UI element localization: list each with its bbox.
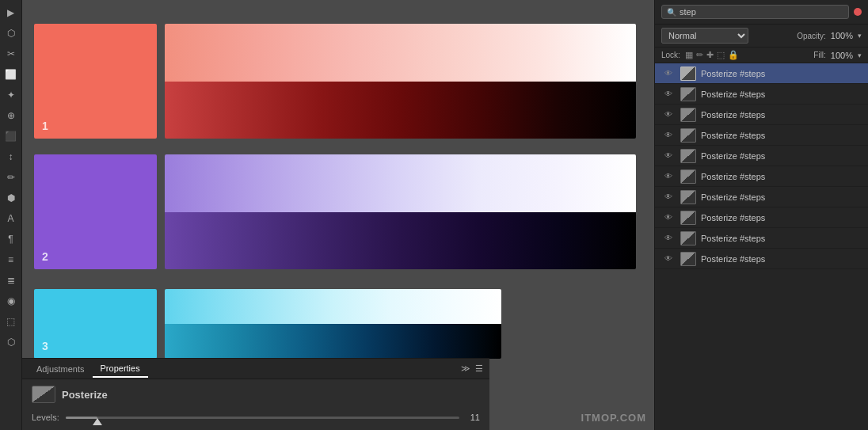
opacity-value: 100% bbox=[831, 31, 853, 40]
eye-visibility-icon[interactable]: 👁 bbox=[664, 213, 676, 222]
lock-image-icon[interactable]: ✏ bbox=[696, 50, 703, 60]
layer-thumbnail bbox=[680, 149, 696, 163]
filter-dot[interactable] bbox=[854, 8, 862, 16]
layer-item[interactable]: 👁Posterize #steps bbox=[655, 166, 868, 187]
layer-item[interactable]: 👁Posterize #steps bbox=[655, 84, 868, 105]
lock-position-icon[interactable]: ✚ bbox=[706, 50, 714, 60]
swatch-2-solid: 2 bbox=[34, 154, 157, 269]
layers-panel: 🔍 Normal Opacity: 100% ▾ Lock: ▦ ✏ ✚ ⬚ 🔒 bbox=[654, 0, 868, 430]
blend-mode-select[interactable]: Normal bbox=[661, 28, 748, 44]
lock-label: Lock: bbox=[661, 51, 680, 59]
swatch-3-solid: 3 bbox=[34, 289, 157, 359]
eye-visibility-icon[interactable]: 👁 bbox=[664, 89, 676, 98]
layer-name: Posterize #steps bbox=[701, 234, 862, 243]
levels-label: Levels: bbox=[32, 413, 59, 422]
tab-adjustments[interactable]: Adjustments bbox=[29, 361, 93, 377]
layer-thumbnail bbox=[680, 108, 696, 122]
opacity-label: Opacity: bbox=[797, 32, 826, 40]
tool-color[interactable]: ◉ bbox=[2, 291, 21, 310]
tool-star[interactable]: ✦ bbox=[2, 86, 21, 105]
layer-name: Posterize #steps bbox=[701, 213, 862, 223]
lock-all-icon[interactable]: 🔒 bbox=[728, 50, 739, 60]
eye-visibility-icon[interactable]: 👁 bbox=[664, 192, 676, 201]
lock-transparency-icon[interactable]: ▦ bbox=[685, 50, 693, 60]
layer-name: Posterize #steps bbox=[701, 172, 862, 181]
layer-thumbnail bbox=[680, 87, 696, 101]
tool-text[interactable]: A bbox=[2, 209, 21, 228]
eye-visibility-icon[interactable]: 👁 bbox=[664, 69, 676, 78]
tool-arrow[interactable]: ▶ bbox=[2, 3, 21, 22]
layer-name: Posterize #steps bbox=[701, 89, 862, 99]
tool-paragraph[interactable]: ¶ bbox=[2, 230, 21, 249]
eye-visibility-icon[interactable]: 👁 bbox=[664, 234, 676, 242]
tool-path[interactable]: ≡ bbox=[2, 250, 21, 269]
opacity-arrow[interactable]: ▾ bbox=[858, 32, 862, 40]
panel-expand-icon[interactable]: ≫ bbox=[461, 363, 470, 374]
lock-icons: ▦ ✏ ✚ ⬚ 🔒 bbox=[685, 50, 739, 60]
swatch-3-number: 3 bbox=[42, 340, 48, 352]
tab-properties[interactable]: Properties bbox=[93, 360, 148, 378]
eye-visibility-icon[interactable]: 👁 bbox=[664, 110, 676, 119]
tool-healing[interactable]: ⊕ bbox=[2, 106, 21, 125]
levels-value: 11 bbox=[466, 413, 480, 422]
layer-thumbnail bbox=[680, 190, 696, 204]
layer-name: Posterize #steps bbox=[701, 254, 862, 264]
layer-item[interactable]: 👁Posterize #steps bbox=[655, 146, 868, 166]
blend-mode-row: Normal Opacity: 100% ▾ bbox=[655, 25, 868, 48]
layer-name: Posterize #steps bbox=[701, 151, 862, 161]
panel-menu-icon[interactable]: ☰ bbox=[475, 363, 483, 374]
search-icon: 🔍 bbox=[667, 8, 676, 17]
levels-slider-thumb[interactable] bbox=[93, 418, 102, 425]
layer-item[interactable]: 👁Posterize #steps bbox=[655, 125, 868, 146]
layer-thumbnail bbox=[680, 128, 696, 143]
layer-name: Posterize #steps bbox=[701, 110, 862, 120]
lock-artboard-icon[interactable]: ⬚ bbox=[717, 50, 725, 60]
layer-name: Posterize #steps bbox=[701, 69, 862, 78]
tool-pen[interactable]: ≣ bbox=[2, 271, 21, 290]
posterize-icon bbox=[32, 386, 55, 403]
lock-row: Lock: ▦ ✏ ✚ ⬚ 🔒 Fill: 100% ▾ bbox=[655, 48, 868, 63]
layer-thumbnail bbox=[680, 67, 696, 81]
fill-value: 100% bbox=[831, 51, 853, 60]
layer-thumbnail bbox=[680, 252, 696, 266]
tool-hand[interactable]: ⬡ bbox=[2, 333, 21, 352]
layer-item[interactable]: 👁Posterize #steps bbox=[655, 207, 868, 228]
layer-name: Posterize #steps bbox=[701, 192, 862, 202]
layers-list: 👁Posterize #steps👁Posterize #steps👁Poste… bbox=[655, 63, 868, 430]
eye-visibility-icon[interactable]: 👁 bbox=[664, 172, 676, 181]
tool-select[interactable]: ⬜ bbox=[2, 65, 21, 84]
tool-gradient[interactable]: ⬢ bbox=[2, 188, 21, 207]
watermark: ITMOP.COM bbox=[581, 412, 646, 424]
layers-search-row: 🔍 bbox=[655, 0, 868, 25]
layer-thumbnail bbox=[680, 211, 696, 225]
fill-label: Fill: bbox=[813, 51, 826, 59]
layer-item[interactable]: 👁Posterize #steps bbox=[655, 63, 868, 84]
tool-crop[interactable]: ✂ bbox=[2, 44, 21, 63]
layer-item[interactable]: 👁Posterize #steps bbox=[655, 187, 868, 207]
swatch-2-number: 2 bbox=[42, 250, 48, 263]
layer-item[interactable]: 👁Posterize #steps bbox=[655, 228, 868, 249]
eye-visibility-icon[interactable]: 👁 bbox=[664, 254, 676, 263]
eye-visibility-icon[interactable]: 👁 bbox=[664, 151, 676, 160]
swatch-1-number: 1 bbox=[42, 120, 48, 132]
fill-arrow[interactable]: ▾ bbox=[858, 51, 862, 59]
search-box[interactable]: 🔍 bbox=[661, 5, 849, 19]
layer-thumbnail bbox=[680, 169, 696, 184]
layer-item[interactable]: 👁Posterize #steps bbox=[655, 105, 868, 125]
tool-clone[interactable]: ↕ bbox=[2, 147, 21, 166]
layer-item[interactable]: 👁Posterize #steps bbox=[655, 249, 868, 269]
search-input[interactable] bbox=[680, 7, 843, 17]
swatch-1-solid: 1 bbox=[34, 24, 157, 139]
layer-thumbnail bbox=[680, 231, 696, 245]
levels-slider-track[interactable] bbox=[66, 417, 459, 419]
eye-visibility-icon[interactable]: 👁 bbox=[664, 131, 676, 139]
layer-name: Posterize #steps bbox=[701, 131, 862, 140]
canvas-area: 1 2 bbox=[22, 0, 654, 430]
tool-brush[interactable]: ⬛ bbox=[2, 127, 21, 146]
tool-frame[interactable]: ⬡ bbox=[2, 24, 21, 43]
left-toolbar: ▶ ⬡ ✂ ⬜ ✦ ⊕ ⬛ ↕ ✏ ⬢ A ¶ ≡ ≣ ◉ ⬚ ⬡ bbox=[0, 0, 22, 430]
tool-zoom[interactable]: ⬚ bbox=[2, 312, 21, 331]
posterize-title: Posterize bbox=[62, 389, 108, 401]
tool-eraser[interactable]: ✏ bbox=[2, 168, 21, 187]
